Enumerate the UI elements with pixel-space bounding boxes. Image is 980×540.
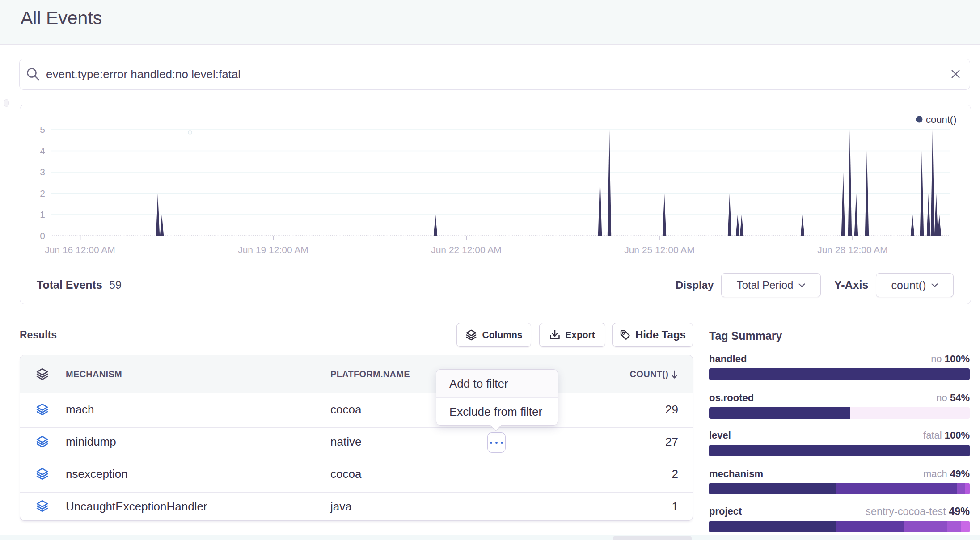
svg-text:1: 1 <box>40 209 45 219</box>
svg-text:count(): count() <box>926 114 956 125</box>
svg-text:5: 5 <box>40 124 45 135</box>
svg-text:Jun 16 12:00 AM: Jun 16 12:00 AM <box>45 245 115 255</box>
svg-text:4: 4 <box>40 146 45 156</box>
svg-text:3: 3 <box>40 167 45 177</box>
svg-text:Jun 22 12:00 AM: Jun 22 12:00 AM <box>431 245 502 255</box>
svg-text:0: 0 <box>40 231 45 241</box>
svg-text:Jun 25 12:00 AM: Jun 25 12:00 AM <box>624 245 695 255</box>
svg-text:2: 2 <box>40 188 45 198</box>
svg-text:Jun 19 12:00 AM: Jun 19 12:00 AM <box>238 245 308 255</box>
svg-text:Jun 28 12:00 AM: Jun 28 12:00 AM <box>817 245 888 255</box>
